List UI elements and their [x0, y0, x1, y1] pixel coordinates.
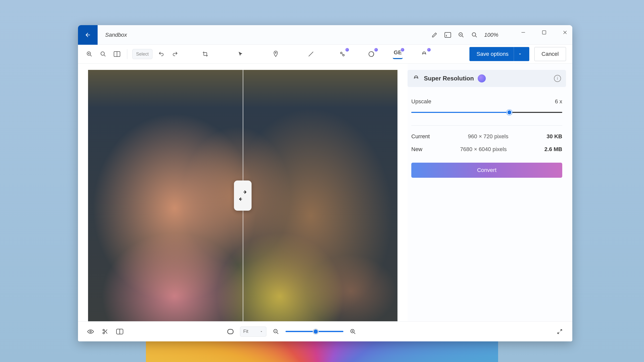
svg-point-11 [90, 331, 91, 332]
info-button[interactable]: i [554, 75, 561, 82]
arrows-horizontal-icon [239, 190, 247, 195]
image-canvas[interactable] [88, 70, 397, 321]
rect-icon[interactable] [225, 327, 235, 337]
zoom-out-icon[interactable] [271, 327, 281, 337]
zoom-in-icon[interactable] [348, 327, 358, 337]
photo-editor-window: Sandbox 100% [78, 25, 572, 341]
marker-tool-icon[interactable] [271, 49, 281, 59]
zoom-tool-icon[interactable] [84, 49, 94, 59]
minimize-button[interactable] [520, 29, 527, 36]
toolbar: Select [78, 45, 572, 64]
zoom-percent-label: 100% [484, 32, 498, 38]
fullscreen-icon[interactable] [555, 327, 565, 337]
zoom-out-icon[interactable] [458, 31, 465, 38]
svg-point-13 [103, 332, 104, 334]
chevron-down-icon [260, 330, 263, 333]
new-label: New [411, 146, 422, 153]
pen-tool-icon[interactable] [306, 49, 316, 59]
arrows-horizontal-icon [239, 197, 247, 202]
maximize-button[interactable] [541, 29, 548, 36]
bottom-bar: Fit [78, 321, 572, 341]
canvas-area [78, 64, 408, 321]
svg-point-9 [343, 54, 344, 56]
cancel-button[interactable]: Cancel [534, 47, 566, 61]
save-button-label: Save options [476, 51, 508, 57]
convert-button[interactable]: Convert [411, 163, 562, 178]
ai-tool-1-icon[interactable] [337, 49, 347, 59]
zoom-slider[interactable] [286, 331, 343, 332]
new-size: 2.6 MB [544, 146, 562, 153]
ai-indicator-icon [374, 48, 378, 52]
eye-icon[interactable] [86, 327, 96, 337]
scissors-icon[interactable] [100, 327, 110, 337]
svg-point-7 [275, 52, 276, 53]
titlebar: Sandbox 100% [78, 25, 572, 45]
pointer-tool-icon[interactable] [235, 49, 246, 59]
svg-point-12 [103, 329, 104, 331]
ai-super-resolution-icon[interactable] [419, 49, 429, 59]
upscale-slider-row: Upscale 6 x [411, 98, 562, 113]
divider [411, 125, 562, 126]
separator [127, 49, 127, 59]
upscale-label: Upscale [411, 98, 431, 105]
panel-header: Super Resolution i [408, 70, 566, 87]
svg-point-2 [472, 33, 476, 36]
new-resolution: 7680 × 6040 pixels [460, 146, 507, 153]
comparison-slider-handle[interactable] [234, 180, 252, 211]
undo-icon[interactable] [156, 49, 166, 59]
redo-icon[interactable] [170, 49, 180, 59]
ai-indicator-icon [345, 48, 349, 52]
slider-thumb[interactable] [507, 110, 512, 115]
zoom-in-icon[interactable] [471, 31, 478, 38]
content-area: Super Resolution i Upscale 6 x [78, 64, 572, 321]
ai-indicator-icon [478, 74, 486, 82]
side-panel: Super Resolution i Upscale 6 x [408, 64, 572, 321]
ai-indicator-icon [400, 48, 405, 52]
current-resolution: 960 × 720 pixels [468, 133, 508, 140]
compare-icon[interactable] [115, 327, 125, 337]
chevron-down-icon [514, 47, 522, 61]
current-label: Current [411, 133, 430, 140]
svg-rect-0 [445, 32, 451, 37]
upscale-slider[interactable] [411, 112, 562, 113]
slider-fill [411, 112, 509, 113]
zoom-slider-thumb[interactable] [313, 329, 319, 335]
arrow-left-icon [85, 32, 91, 38]
ai-tool-3-icon[interactable]: GE [393, 49, 403, 59]
current-info-row: Current 960 × 720 pixels 30 KB [411, 133, 562, 140]
ai-indicator-icon [427, 48, 431, 52]
app-title: Sandbox [105, 32, 127, 38]
svg-point-5 [101, 52, 104, 55]
super-resolution-icon [413, 75, 420, 82]
back-button[interactable] [78, 25, 98, 45]
new-info-row: New 7680 × 6040 pixels 2.6 MB [411, 146, 562, 153]
crop-tool-icon[interactable] [200, 49, 210, 59]
zoom-fit-icon[interactable] [98, 49, 108, 59]
current-size: 30 KB [547, 133, 562, 140]
svg-rect-3 [542, 31, 546, 34]
panel-title: Super Resolution [424, 75, 474, 82]
svg-rect-15 [228, 329, 233, 334]
edit-icon[interactable] [431, 31, 438, 38]
panels-icon[interactable] [112, 49, 122, 59]
panel-body: Upscale 6 x Current 960 × 720 pixels 30 … [408, 98, 566, 178]
save-options-button[interactable]: Save options [469, 47, 529, 61]
zoom-select-value: Fit [243, 329, 248, 334]
selection-label[interactable]: Select [132, 49, 152, 59]
aspect-ratio-icon[interactable] [444, 31, 451, 38]
ai-tool-2-icon[interactable] [366, 49, 376, 59]
svg-point-8 [340, 52, 342, 54]
close-button[interactable] [561, 29, 569, 36]
zoom-select[interactable]: Fit [240, 327, 266, 337]
upscale-value: 6 x [555, 98, 562, 105]
